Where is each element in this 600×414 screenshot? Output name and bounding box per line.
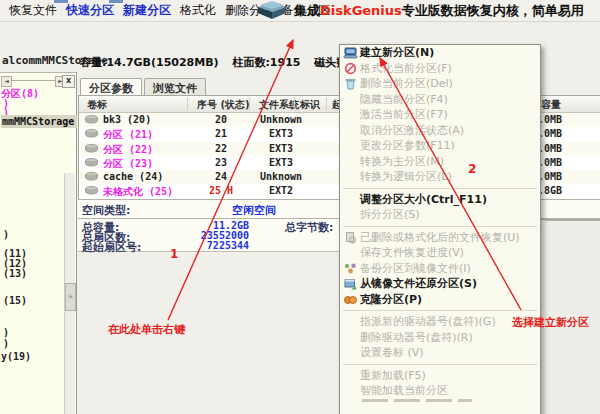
header-volume: 卷标 (87, 98, 107, 112)
partition-tree-sidebar: ◄ ► x 分区(8)))mmMMCStorage)(11)(12)(13)(1… (0, 72, 77, 414)
sidebar-header: ◄ ► x (0, 75, 76, 87)
context-menu-item[interactable]: 已删除或格式化后的文件恢复(U) (340, 230, 540, 246)
menu-separator (343, 310, 537, 311)
no-icon (340, 93, 360, 106)
context-menu: 建立新分区(N) 格式化当前分区(F) 删除当前分区(Del) 隐藏当前分区(F… (339, 44, 541, 414)
start-sector-label: 起始扇区号: (82, 240, 141, 255)
annotation-step-2: 2 (468, 162, 476, 176)
no-icon (340, 170, 360, 183)
clone-icon (340, 293, 360, 306)
tree-item[interactable]: ) (3, 338, 9, 349)
cell-filesystem: Unknown (251, 114, 311, 125)
tree-item[interactable]: (15) (3, 295, 27, 306)
tab-inactive[interactable]: 浏览文件 (144, 78, 206, 95)
context-menu-item[interactable]: 重新加载(F5) (340, 368, 540, 384)
context-menu-item[interactable]: 建立新分区(N) (340, 45, 540, 61)
close-icon[interactable]: x (62, 75, 75, 88)
disk-cylinders: 柱面数:1915 (232, 56, 300, 69)
context-menu-item[interactable]: 从镜像文件还原分区(S) (340, 276, 540, 292)
no-icon (340, 315, 360, 328)
annotation-note-1: 在此处单击右键 (108, 322, 185, 337)
tree-item[interactable]: ) (3, 229, 9, 240)
cell-index: 23 (191, 157, 251, 168)
toolbar-item[interactable]: 格式化 (180, 2, 216, 19)
context-menu-item[interactable]: 拆分分区(S) (340, 207, 540, 223)
menu-separator (343, 188, 537, 189)
context-menu-item[interactable]: 删除驱动器号(盘符)(R) (340, 330, 540, 346)
disk-capacity: 容量:14.7GB(15028MB) (80, 56, 219, 69)
cell-filesystem: EXT2 (251, 185, 311, 196)
context-menu-item[interactable]: 激活当前分区(F7) (340, 107, 540, 123)
scroll-left-icon[interactable]: ◄ (1, 76, 12, 87)
context-menu-item[interactable]: 取消分区激活状态(A) (340, 123, 540, 139)
no-icon (340, 108, 360, 121)
tab-active[interactable]: 分区参数 (80, 78, 142, 95)
tree-item[interactable]: mmMMCStorage (1, 115, 77, 128)
cell-filesystem: EXT3 (251, 128, 311, 139)
brand-slogan: 集成DiskGenius专业版数据恢复内核，简单易用 (294, 2, 584, 20)
no-icon (340, 331, 360, 344)
no-icon (340, 124, 360, 137)
context-menu-item[interactable]: 设置卷标 (V) (340, 345, 540, 361)
format-icon (340, 62, 360, 75)
disk-icon (85, 172, 98, 183)
tree-item[interactable]: y(19) (1, 351, 31, 362)
no-icon (340, 193, 360, 206)
cell-volume: cache (24) (103, 171, 163, 182)
cell-index: 21 (191, 128, 251, 139)
disk-icon (85, 186, 98, 197)
sidebar-scrollbar[interactable]: ≡ (64, 173, 75, 414)
toolbar-item[interactable]: 恢复文件 (9, 2, 57, 19)
header-fs: 文件系统 (259, 98, 299, 112)
recover-icon (340, 231, 360, 244)
context-menu-item[interactable]: 隐藏当前分区(F4) (340, 92, 540, 108)
start-sector-value: 7225344 (207, 240, 249, 251)
context-menu-item[interactable]: 转换为主分区(M) (340, 154, 540, 170)
restore-icon (340, 277, 360, 290)
context-menu-item-clipped[interactable] (340, 399, 540, 405)
backup-icon (340, 262, 360, 275)
context-menu-item[interactable]: 格式化当前分区(F) (340, 61, 540, 77)
space-type-value: 空闲空间 (232, 203, 276, 218)
tree-item[interactable]: (13) (3, 268, 27, 279)
context-menu-item[interactable]: 智能加载当前分区 (340, 383, 540, 399)
no-icon (340, 384, 360, 397)
header-index: 序号 (状态) (197, 98, 250, 112)
view-tabs: 分区参数浏览文件 (80, 78, 208, 95)
cell-index: 20 (191, 114, 251, 125)
scrollbar-thumb[interactable]: ≡ (65, 283, 76, 311)
context-menu-item[interactable]: 克隆分区(P) (340, 292, 540, 308)
context-menu-item[interactable]: 备份分区到镜像文件(I) (340, 261, 540, 277)
context-menu-item[interactable]: 转换为逻辑分区(L) (340, 169, 540, 185)
space-type-label: 空间类型: (82, 203, 130, 218)
cell-volume: 分区 (21) (103, 128, 153, 142)
new-partition-toolbar-icon (109, 0, 123, 3)
toolbar-item[interactable]: 新建分区 (123, 2, 171, 19)
disk-icon (85, 158, 98, 169)
annotation-note-2: 选择建立新分区 (512, 315, 589, 330)
context-menu-item[interactable]: 指派新的驱动器号(盘符)(G) (340, 314, 540, 330)
cell-volume: bk3 (20) (103, 114, 151, 125)
cell-index: 22 (191, 143, 251, 154)
cell-index: 25 H (191, 185, 251, 196)
no-icon (340, 246, 360, 259)
toolbar-item[interactable]: 快速分区 (66, 2, 114, 19)
diskgenius-window: 恢复文件快速分区新建分区格式化删除分区备份分区 集成DiskGenius专业版数… (0, 0, 600, 414)
menu-separator (343, 364, 537, 365)
no-icon (340, 208, 360, 221)
context-menu-item[interactable]: 调整分区大小(Ctrl_F11) (340, 192, 540, 208)
context-menu-item[interactable]: 删除当前分区(Del) (340, 76, 540, 92)
no-icon (340, 155, 360, 168)
no-icon (340, 346, 360, 359)
context-menu-item[interactable]: 更改分区参数(F11) (340, 138, 540, 154)
cell-filesystem: EXT3 (251, 157, 311, 168)
total-bytes-label: 总字节数: (285, 220, 333, 235)
new-partition-icon (340, 46, 360, 59)
tree-item[interactable]: ) (3, 327, 9, 338)
quick-partition-icon (54, 0, 68, 3)
context-menu-item[interactable]: 保存文件恢复进度(V) (340, 245, 540, 261)
selection-details: 总容量: 11.2GB 总字节数: 总扇区数: 23552000 起始扇区号: … (78, 219, 341, 252)
brand-name: DiskGenius (320, 3, 402, 18)
cell-filesystem: EXT3 (251, 143, 311, 154)
header-flag: 标识 (300, 98, 320, 112)
